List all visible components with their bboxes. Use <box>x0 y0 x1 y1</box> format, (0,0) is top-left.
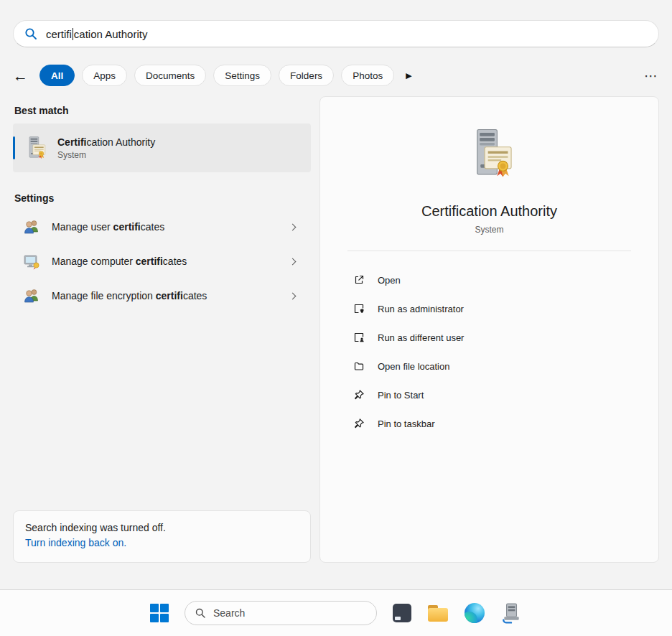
chevron-right-icon <box>289 292 297 299</box>
manage-user-certificates-icon <box>23 218 40 235</box>
action-pin-to-start[interactable]: Pin to Start <box>353 380 658 409</box>
search-icon <box>24 27 38 41</box>
preview-subtitle: System <box>320 225 658 235</box>
dark-app-icon[interactable] <box>393 604 411 622</box>
run-as-administrator-icon <box>353 303 365 314</box>
result-subtitle: System <box>57 150 155 160</box>
action-label: Open file location <box>378 361 449 372</box>
search-icon <box>195 607 206 619</box>
action-run-as-administrator[interactable]: Run as administrator <box>353 294 658 323</box>
search-results-area: Best match Certification Authority Syste… <box>0 96 672 574</box>
expand-filters-icon[interactable]: ▶ <box>406 71 411 80</box>
certification-authority-icon <box>23 136 47 160</box>
run-as-different-user-icon <box>353 332 365 343</box>
search-query-completion: cation Authority <box>74 28 148 40</box>
text-caret <box>73 28 73 40</box>
indexing-message: Search indexing was turned off. <box>25 520 299 536</box>
server-console-icon[interactable] <box>500 602 522 624</box>
taskbar-center-group: Search <box>150 601 522 625</box>
taskbar-search-label: Search <box>213 607 245 619</box>
best-match-header: Best match <box>14 105 309 116</box>
action-label: Pin to taskbar <box>378 418 435 429</box>
start-button[interactable] <box>150 604 169 622</box>
filter-tab-settings[interactable]: Settings <box>213 65 271 86</box>
action-run-as-different-user[interactable]: Run as different user <box>353 323 658 352</box>
chevron-right-icon <box>289 223 297 230</box>
settings-result-label: Manage file encryption certificates <box>52 290 290 301</box>
divider <box>347 251 631 251</box>
results-panel: Best match Certification Authority Syste… <box>13 96 311 574</box>
settings-result-manage-file-encryption-certificates[interactable]: Manage file encryption certificates <box>13 279 311 313</box>
pin-icon <box>353 418 365 429</box>
action-list: Open Run as administrator Run as differe… <box>320 258 658 438</box>
taskbar: Search <box>0 590 672 636</box>
preview-panel: Certification Authority System Open <box>319 96 659 563</box>
pin-icon <box>353 389 365 401</box>
open-icon <box>353 274 365 286</box>
file-explorer-icon[interactable] <box>427 604 449 623</box>
settings-result-label: Manage computer certificates <box>52 256 290 267</box>
filter-tab-all[interactable]: All <box>39 65 75 86</box>
options-ellipsis-button[interactable]: ⋯ <box>644 67 659 84</box>
certification-authority-large-icon <box>463 127 516 180</box>
search-flyout: certifi cation Authority ← All Apps Docu… <box>0 0 672 590</box>
action-label: Open <box>378 275 401 286</box>
search-input[interactable]: certifi cation Authority <box>13 20 659 47</box>
selection-accent-bar <box>13 136 15 159</box>
desktop-screen: certifi cation Authority ← All Apps Docu… <box>0 0 672 636</box>
settings-result-label: Manage user certificates <box>52 221 290 233</box>
settings-header: Settings <box>14 192 309 204</box>
settings-result-manage-user-certificates[interactable]: Manage user certificates <box>13 210 311 244</box>
back-button[interactable]: ← <box>13 68 28 83</box>
action-open[interactable]: Open <box>353 266 658 294</box>
search-query-typed: certifi <box>46 28 72 40</box>
manage-file-encryption-certificates-icon <box>23 287 40 304</box>
filter-tab-apps[interactable]: Apps <box>82 65 127 86</box>
filter-bar: ← All Apps Documents Settings Folders Ph… <box>13 65 659 86</box>
taskbar-search[interactable]: Search <box>185 601 377 625</box>
settings-result-manage-computer-certificates[interactable]: Manage computer certificates <box>13 244 311 279</box>
filter-tab-documents[interactable]: Documents <box>134 65 206 86</box>
indexing-link[interactable]: Turn indexing back on. <box>25 536 126 551</box>
filter-tab-folders[interactable]: Folders <box>279 65 334 86</box>
action-label: Run as administrator <box>378 304 464 314</box>
open-file-location-icon <box>353 360 365 372</box>
windows-logo-icon <box>150 604 169 622</box>
preview-title: Certification Authority <box>320 203 658 220</box>
result-title: Certification Authority <box>57 136 155 148</box>
edge-browser-icon[interactable] <box>465 603 485 623</box>
action-open-file-location[interactable]: Open file location <box>353 352 658 380</box>
filter-tab-photos[interactable]: Photos <box>341 65 394 86</box>
chevron-right-icon <box>289 258 297 265</box>
result-text: Certification Authority System <box>57 136 155 160</box>
manage-computer-certificates-icon <box>23 253 40 270</box>
action-label: Pin to Start <box>378 390 424 401</box>
action-pin-to-taskbar[interactable]: Pin to taskbar <box>353 409 658 438</box>
action-label: Run as different user <box>378 332 464 343</box>
best-match-result[interactable]: Certification Authority System <box>13 123 311 172</box>
indexing-notice: Search indexing was turned off. Turn ind… <box>13 510 311 563</box>
